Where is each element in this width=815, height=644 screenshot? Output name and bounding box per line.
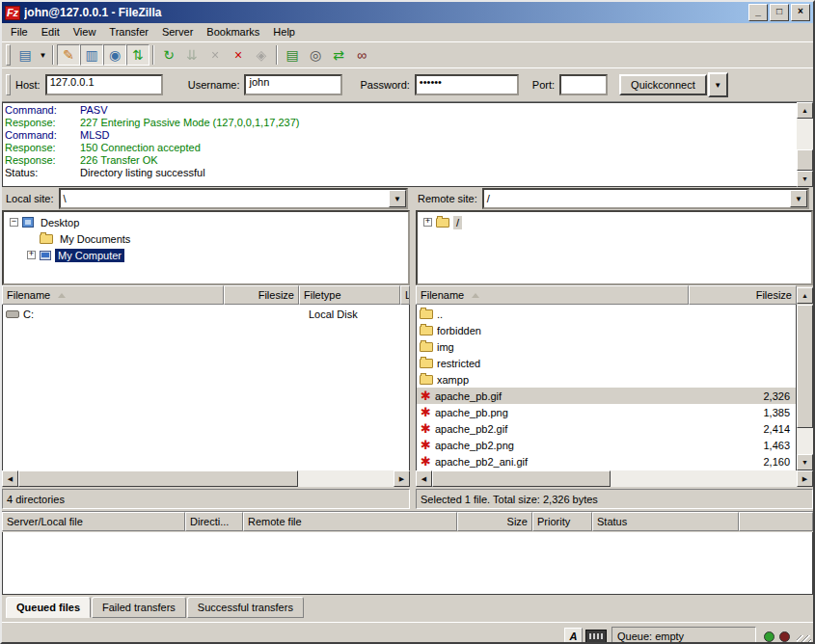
scroll-down-icon[interactable]: ▼ <box>797 454 813 470</box>
scroll-down-icon[interactable]: ▼ <box>797 171 813 187</box>
menu-help[interactable]: Help <box>266 24 302 40</box>
scroll-right-icon[interactable]: ▶ <box>394 470 410 487</box>
minimize-button[interactable]: _ <box>748 4 768 21</box>
remote-list-hscrollbar[interactable]: ◀ ▶ <box>416 470 813 487</box>
remote-hscrollbar-thumb[interactable] <box>432 470 611 487</box>
host-input[interactable]: 127.0.0.1 <box>45 74 163 95</box>
quickconnect-dropdown[interactable]: ▼ <box>708 72 728 97</box>
cancel-operation-button[interactable]: × <box>204 44 227 66</box>
local-header-filetype[interactable]: Filetype <box>299 285 400 305</box>
menu-server[interactable]: Server <box>155 24 200 40</box>
queue-header-status[interactable]: Status <box>592 512 739 531</box>
remote-file-row[interactable]: ✱ apache_pb2.png 1,463 <box>417 437 796 453</box>
local-hscrollbar-thumb[interactable] <box>18 470 298 487</box>
username-input[interactable]: john <box>244 74 342 95</box>
collapse-icon[interactable]: − <box>10 218 18 227</box>
expand-icon[interactable]: + <box>423 218 432 227</box>
remote-file-row[interactable]: ✱ apache_pb.png 1,385 <box>417 404 796 420</box>
log-scrollbar[interactable]: ▲ ▼ <box>797 102 813 187</box>
local-tree[interactable]: − Desktop My Documents + My Computer <box>2 210 410 285</box>
process-queue-button[interactable]: ⇊ <box>180 44 204 66</box>
local-file-row-c-drive[interactable]: C: Local Disk <box>3 306 409 322</box>
local-header-last-modified[interactable]: L <box>400 285 410 305</box>
queue-header-remote-file[interactable]: Remote file <box>243 512 457 531</box>
tab-queued-files[interactable]: Queued files <box>6 597 91 618</box>
disconnect-button[interactable]: × <box>227 44 250 66</box>
site-manager-dropdown[interactable]: ▼ <box>37 44 49 66</box>
remote-file-row[interactable]: ✱ apache_pb2.gif 2,414 <box>417 420 796 437</box>
queue-header-local-file[interactable]: Server/Local file <box>2 512 185 531</box>
maximize-button[interactable]: □ <box>770 4 789 21</box>
scroll-up-icon[interactable]: ▲ <box>797 287 813 304</box>
tree-item-desktop[interactable]: − Desktop <box>4 214 408 230</box>
synchronized-browsing-button[interactable]: ⇄ <box>327 44 350 66</box>
title-bar[interactable]: Fz john@127.0.0.1 - FileZilla _ □ × <box>2 2 813 23</box>
queue-header-priority[interactable]: Priority <box>532 512 592 531</box>
remote-hscrollbar-track[interactable] <box>611 470 797 487</box>
remote-file-row[interactable]: xampp <box>417 371 796 388</box>
remote-file-row[interactable]: ✱ apache_pb2_ani.gif 2,160 <box>417 453 796 470</box>
chevron-down-icon[interactable]: ▼ <box>389 190 406 207</box>
remote-header-filename[interactable]: Filename <box>416 285 689 305</box>
port-input[interactable] <box>559 74 608 95</box>
menu-file[interactable]: File <box>4 24 35 40</box>
tree-item-my-documents[interactable]: My Documents <box>4 230 408 247</box>
remote-file-row[interactable]: restricted <box>417 355 796 371</box>
toolbar-separator <box>152 45 154 65</box>
toggle-log-button[interactable]: ✎ <box>57 44 80 66</box>
local-list-hscrollbar[interactable]: ◀ ▶ <box>2 470 410 487</box>
remote-tree[interactable]: + / <box>416 210 813 285</box>
expand-icon[interactable]: + <box>27 251 36 259</box>
local-header-filesize[interactable]: Filesize <box>224 285 299 305</box>
tree-item-label[interactable]: My Documents <box>57 232 133 246</box>
remote-scrollbar-track[interactable] <box>797 428 813 454</box>
file-lists-row: C: Local Disk .. forbidden <box>2 305 813 470</box>
scroll-right-icon[interactable]: ▶ <box>797 470 813 487</box>
quickconnect-button[interactable]: Quickconnect <box>619 74 707 95</box>
close-button[interactable]: × <box>791 4 810 21</box>
menu-edit[interactable]: Edit <box>35 24 67 40</box>
tree-item-my-computer[interactable]: + My Computer <box>4 247 408 263</box>
reconnect-button[interactable]: ◈ <box>250 44 273 66</box>
log-scrollbar-track[interactable] <box>797 119 813 149</box>
refresh-button[interactable]: ↻ <box>157 44 180 66</box>
toggle-queue-button[interactable]: ⇅ <box>126 44 149 66</box>
remote-list-scrollbar[interactable]: ▼ <box>797 305 813 470</box>
remote-header-filesize[interactable]: Filesize <box>689 285 797 305</box>
password-input[interactable]: •••••• <box>415 74 519 95</box>
tree-item-label[interactable]: / <box>453 216 462 229</box>
log-scrollbar-thumb[interactable] <box>797 149 813 171</box>
remote-file-row-selected[interactable]: ✱ apache_pb.gif 2,326 <box>417 388 796 404</box>
remote-site-combo[interactable]: / ▼ <box>482 188 809 209</box>
filter-button[interactable]: ▤ <box>281 44 304 66</box>
chevron-down-icon[interactable]: ▼ <box>790 190 807 207</box>
queue-header-direction[interactable]: Directi... <box>185 512 243 531</box>
tab-successful-transfers[interactable]: Successful transfers <box>187 597 304 618</box>
toggle-remote-tree-button[interactable]: ◉ <box>103 44 126 66</box>
resize-grip[interactable] <box>797 635 811 644</box>
find-files-button[interactable]: ∞ <box>350 44 373 66</box>
tab-failed-transfers[interactable]: Failed transfers <box>92 597 186 618</box>
remote-file-row[interactable]: img <box>417 338 796 355</box>
remote-file-row[interactable]: forbidden <box>417 322 796 338</box>
local-file-list[interactable]: C: Local Disk <box>2 305 410 470</box>
scroll-left-icon[interactable]: ◀ <box>416 470 432 487</box>
menu-bookmarks[interactable]: Bookmarks <box>200 24 266 40</box>
remote-file-row[interactable]: .. <box>417 306 796 322</box>
site-manager-button[interactable]: ▤ <box>14 44 37 66</box>
toggle-local-tree-button[interactable]: ▥ <box>80 44 103 66</box>
tree-item-label[interactable]: My Computer <box>55 249 124 262</box>
remote-scrollbar-thumb[interactable] <box>797 305 813 428</box>
menu-view[interactable]: View <box>67 24 103 40</box>
tree-item-root[interactable]: + / <box>418 214 811 230</box>
local-header-filename[interactable]: Filename <box>2 285 224 305</box>
scroll-left-icon[interactable]: ◀ <box>2 470 18 487</box>
scroll-up-icon[interactable]: ▲ <box>797 102 813 119</box>
queue-header-size[interactable]: Size <box>457 512 532 531</box>
directory-comparison-button[interactable]: ◎ <box>304 44 327 66</box>
menu-transfer[interactable]: Transfer <box>102 24 155 40</box>
local-site-combo[interactable]: \ ▼ <box>59 188 408 209</box>
remote-file-list[interactable]: .. forbidden img restricted <box>416 305 797 470</box>
queue-list[interactable] <box>2 532 813 595</box>
tree-item-label[interactable]: Desktop <box>38 216 82 229</box>
